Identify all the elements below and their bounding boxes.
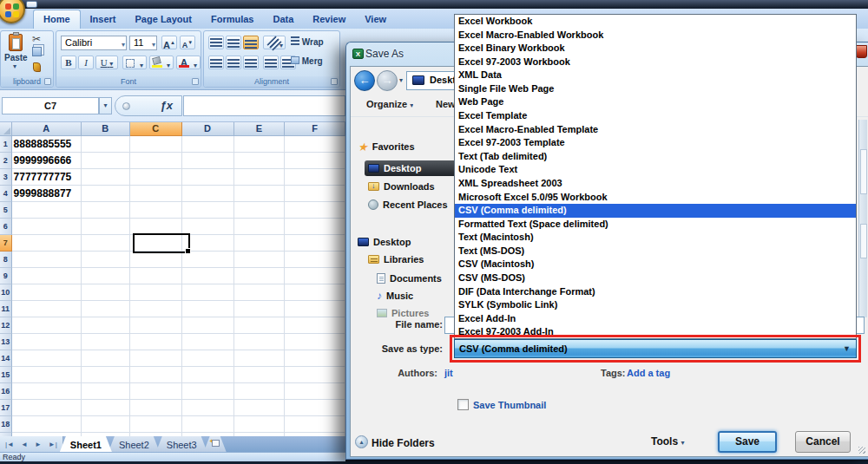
cell-A2[interactable]: 9999996666 (12, 153, 82, 169)
row-header-16[interactable]: 16 (0, 383, 12, 400)
row-header-2[interactable]: 2 (0, 153, 12, 169)
cell-E17[interactable] (234, 400, 286, 416)
cell-D12[interactable] (182, 317, 234, 334)
row-header-8[interactable]: 8 (0, 252, 12, 268)
cell-F4[interactable] (285, 186, 345, 202)
ribbon-tab-review[interactable]: Review (303, 10, 355, 29)
row-header-5[interactable]: 5 (0, 202, 12, 219)
cell-E8[interactable] (234, 252, 286, 268)
selected-cell-outline[interactable] (133, 233, 190, 253)
cell-C5[interactable] (130, 202, 182, 219)
row-header-6[interactable]: 6 (0, 219, 12, 235)
cell-D10[interactable] (182, 284, 234, 301)
cell-A14[interactable] (12, 350, 82, 367)
cell-A13[interactable] (12, 334, 82, 350)
column-header-E[interactable]: E (234, 122, 286, 136)
font-name-combo[interactable]: Calibri▾ (61, 36, 127, 50)
cell-B10[interactable] (82, 284, 130, 301)
close-icon[interactable] (856, 45, 867, 58)
top-align-button[interactable] (208, 36, 224, 49)
orientation-button[interactable]: ▾ (263, 36, 286, 49)
sheet-tab-sheet2[interactable]: Sheet2 (108, 436, 160, 452)
tools-button[interactable]: Tools ▾ (651, 435, 684, 448)
cell-F16[interactable] (285, 383, 345, 400)
row-header-9[interactable]: 9 (0, 268, 12, 284)
cell-C10[interactable] (130, 284, 182, 301)
cell-E13[interactable] (234, 334, 286, 350)
cell-A11[interactable] (12, 301, 82, 317)
fill-color-button[interactable]: ▾ (149, 56, 174, 69)
sidebar-item-desktop[interactable]: Desktop (358, 234, 411, 250)
font-size-combo[interactable]: 11▾ (129, 36, 157, 50)
cell-F17[interactable] (285, 400, 345, 416)
file-type-option[interactable]: CSV (Macintosh) (455, 258, 856, 271)
align-center-button[interactable] (226, 56, 241, 69)
column-header-C[interactable]: C (130, 122, 182, 136)
clipboard-dialog-launcher[interactable] (44, 78, 51, 85)
cell-C9[interactable] (130, 268, 182, 284)
forward-button[interactable]: → (377, 70, 398, 91)
format-painter-icon[interactable] (33, 62, 41, 72)
cell-A1[interactable]: 8888885555 (12, 136, 82, 153)
shrink-font-button[interactable]: A▼ (180, 36, 195, 49)
file-type-option[interactable]: Unicode Text (455, 163, 856, 177)
ribbon-tab-formulas[interactable]: Formulas (201, 10, 264, 29)
cell-D1[interactable] (182, 136, 234, 153)
column-header-F[interactable]: F (285, 122, 345, 136)
row-header-4[interactable]: 4 (0, 186, 12, 202)
sheet-tab-sheet1[interactable]: Sheet1 (60, 436, 112, 452)
file-type-option[interactable]: CSV (MS-DOS) (455, 271, 856, 285)
resize-grip[interactable] (858, 447, 865, 454)
cell-C14[interactable] (130, 350, 182, 367)
copy-icon[interactable] (32, 47, 42, 56)
sheet-nav-icon-2[interactable]: ► (31, 441, 45, 448)
wrap-text-button[interactable]: Wrap (291, 36, 339, 47)
name-box[interactable]: C7 (2, 97, 99, 114)
align-left-button[interactable] (208, 56, 224, 69)
file-type-option[interactable]: XML Data (455, 69, 856, 82)
middle-align-button[interactable] (226, 36, 241, 49)
nav-history-caret-icon[interactable]: ▾ (399, 76, 403, 84)
file-list-scrollbar[interactable] (858, 120, 867, 317)
cell-E18[interactable] (234, 416, 286, 433)
cell-D3[interactable] (182, 169, 234, 186)
cell-D4[interactable] (182, 186, 234, 202)
file-type-option[interactable]: Text (Macintosh) (455, 231, 856, 245)
file-type-option[interactable]: XML Spreadsheet 2003 (455, 177, 856, 191)
cell-A7[interactable] (12, 235, 82, 252)
file-type-option[interactable]: Text (MS-DOS) (455, 245, 856, 258)
sidebar-item-documents[interactable]: Documents (377, 271, 442, 286)
cell-E10[interactable] (234, 284, 286, 301)
ribbon-tab-view[interactable]: View (355, 10, 396, 29)
italic-button[interactable]: I (78, 56, 94, 69)
cell-C18[interactable] (130, 416, 182, 433)
sidebar-item-desktop[interactable]: Desktop (365, 160, 454, 176)
cut-icon[interactable]: ✂ (32, 33, 41, 45)
cell-E1[interactable] (234, 136, 286, 153)
sidebar-item-downloads[interactable]: Downloads (368, 179, 435, 194)
save-button[interactable]: Save (718, 431, 777, 453)
cell-A9[interactable] (12, 268, 82, 284)
cell-F3[interactable] (285, 169, 345, 186)
row-header-13[interactable]: 13 (0, 334, 12, 350)
quick-access-toolbar-icon[interactable] (26, 1, 37, 8)
bold-button[interactable]: B (61, 56, 76, 69)
sidebar-item-recent-places[interactable]: Recent Places (368, 197, 448, 212)
row-header-12[interactable]: 12 (0, 317, 12, 334)
cell-F14[interactable] (285, 350, 345, 367)
file-type-option[interactable]: Excel Macro-Enabled Template (455, 123, 856, 137)
cell-E2[interactable] (234, 153, 286, 169)
file-type-option[interactable]: Excel Binary Workbook (455, 42, 856, 56)
sidebar-item-libraries[interactable]: Libraries (368, 252, 424, 267)
cell-A15[interactable] (12, 367, 82, 383)
back-button[interactable]: ← (354, 70, 375, 91)
row-header-18[interactable]: 18 (0, 416, 12, 433)
cell-F12[interactable] (285, 317, 345, 334)
sheet-nav-icon-3[interactable]: ►| (45, 441, 61, 448)
decrease-indent-button[interactable] (263, 56, 279, 69)
ribbon-tab-data[interactable]: Data (263, 10, 303, 29)
cell-B4[interactable] (82, 186, 130, 202)
cell-F10[interactable] (285, 284, 345, 301)
cell-E4[interactable] (234, 186, 286, 202)
bottom-align-button[interactable] (243, 36, 259, 49)
